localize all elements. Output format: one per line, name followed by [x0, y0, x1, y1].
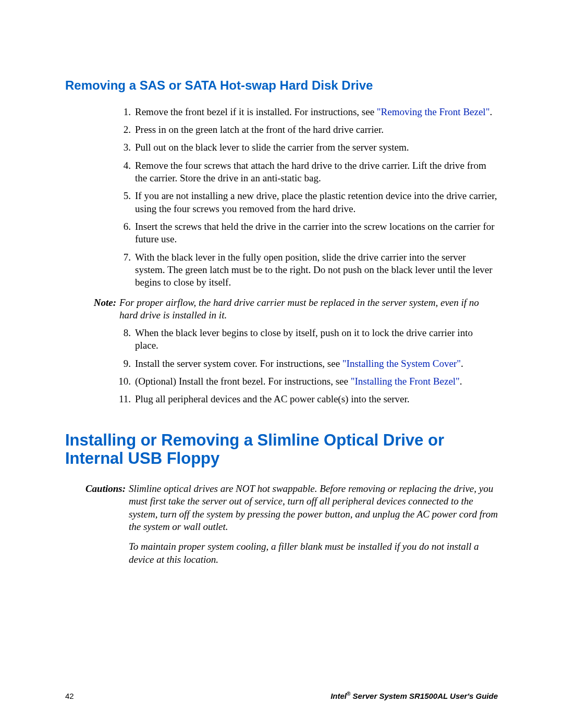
list-item: 1.Remove the front bezel if it is instal… [117, 106, 498, 118]
list-number: 5. [117, 190, 135, 215]
list-text: Remove the four screws that attach the h… [135, 159, 498, 185]
guide-title: Intel® Server System SR1500AL User's Gui… [331, 691, 498, 701]
list-text: (Optional) Install the front bezel. For … [135, 375, 498, 388]
list-number: 8. [117, 327, 135, 352]
list-text: Install the server system cover. For ins… [135, 357, 498, 370]
list-number: 3. [117, 141, 135, 154]
list-item: 6.Insert the screws that held the drive … [117, 220, 498, 246]
cautions-paragraph: To maintain proper system cooling, a fil… [129, 540, 498, 566]
list-text: Plug all peripheral devices and the AC p… [135, 393, 498, 405]
cautions-label: Cautions: [83, 483, 129, 573]
list-text: Insert the screws that held the drive in… [135, 220, 498, 246]
list-item: 2.Press in on the green latch at the fro… [117, 124, 498, 136]
section-heading-removing-drive: Removing a SAS or SATA Hot-swap Hard Dis… [65, 78, 498, 93]
page-footer: 42 Intel® Server System SR1500AL User's … [65, 691, 498, 701]
list-number: 1. [117, 106, 135, 118]
cross-reference-link[interactable]: "Removing the Front Bezel" [377, 106, 490, 117]
ordered-list-b: 8.When the black lever begins to close b… [117, 327, 498, 406]
list-text: Remove the front bezel if it is installe… [135, 106, 498, 118]
list-text: Press in on the green latch at the front… [135, 124, 498, 136]
list-text: Pull out on the black lever to slide the… [135, 141, 498, 154]
list-item: 8.When the black lever begins to close b… [117, 327, 498, 352]
cross-reference-link[interactable]: "Installing the Front Bezel" [351, 376, 460, 387]
note-label: Note: [83, 297, 119, 322]
list-number: 10. [117, 375, 135, 388]
list-number: 9. [117, 357, 135, 370]
list-text-pre: (Optional) Install the front bezel. For … [135, 376, 351, 387]
list-item: 3.Pull out on the black lever to slide t… [117, 141, 498, 154]
list-number: 2. [117, 124, 135, 136]
chapter-heading-slimline-optical: Installing or Removing a Slimline Optica… [65, 431, 498, 468]
list-text: If you are not installing a new drive, p… [135, 190, 498, 215]
list-item: 9.Install the server system cover. For i… [117, 357, 498, 370]
cross-reference-link[interactable]: "Installing the System Cover" [342, 358, 461, 369]
list-number: 4. [117, 159, 135, 185]
cautions-body: Slimline optical drives are NOT hot swap… [129, 483, 498, 573]
list-item: 5.If you are not installing a new drive,… [117, 190, 498, 215]
list-text-post: . [489, 106, 492, 117]
guide-brand: Intel [331, 692, 347, 700]
list-item: 7.With the black lever in the fully open… [117, 251, 498, 289]
list-number: 6. [117, 220, 135, 246]
list-item: 4.Remove the four screws that attach the… [117, 159, 498, 185]
list-number: 11. [117, 393, 135, 405]
note-body: For proper airflow, the hard drive carri… [119, 297, 498, 322]
list-item: 10.(Optional) Install the front bezel. F… [117, 375, 498, 388]
list-text-post: . [460, 376, 462, 387]
list-text: When the black lever begins to close by … [135, 327, 498, 352]
list-text-post: . [461, 358, 463, 369]
note-block: Note: For proper airflow, the hard drive… [83, 297, 498, 322]
cautions-block: Cautions: Slimline optical drives are NO… [83, 483, 498, 573]
list-text: With the black lever in the fully open p… [135, 251, 498, 289]
cautions-paragraph: Slimline optical drives are NOT hot swap… [129, 483, 498, 533]
list-text-pre: Remove the front bezel if it is installe… [135, 106, 377, 117]
list-item: 11.Plug all peripheral devices and the A… [117, 393, 498, 405]
ordered-list-a: 1.Remove the front bezel if it is instal… [117, 106, 498, 289]
page-number: 42 [65, 691, 74, 701]
guide-name: Server System SR1500AL User's Guide [350, 692, 498, 700]
list-text-pre: Install the server system cover. For ins… [135, 358, 342, 369]
list-number: 7. [117, 251, 135, 289]
